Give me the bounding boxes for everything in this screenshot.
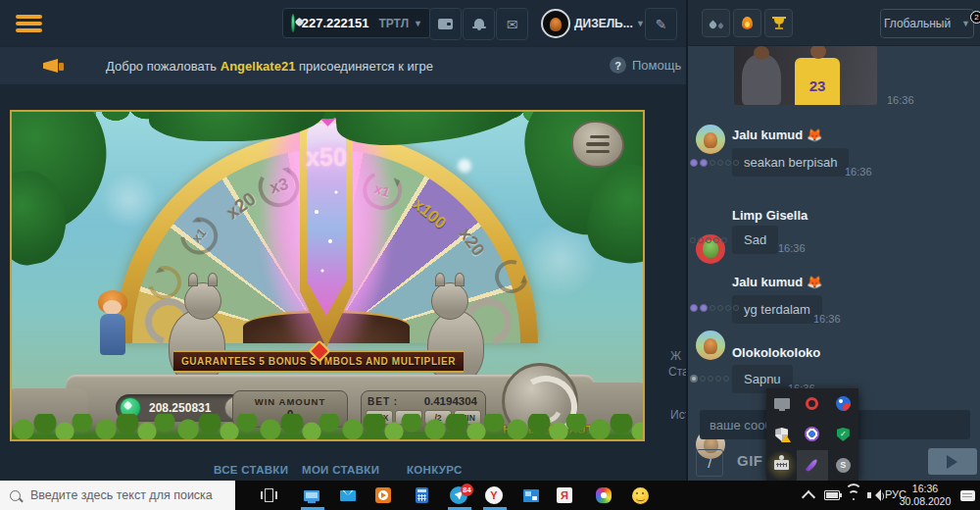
taskbar-app-mail[interactable] [335, 481, 361, 510]
message-bubble: yg terdalam [732, 295, 822, 324]
tray-defender-warning-icon[interactable] [766, 419, 797, 449]
tab-all-bets[interactable]: ВСЕ СТАВКИ [214, 464, 288, 476]
action-center-button[interactable] [955, 481, 980, 510]
chat-header: Глобальный▼ [688, 0, 980, 46]
rain-button[interactable] [702, 9, 730, 37]
message-bubble: seakan berpisah [732, 148, 849, 177]
tray-time: 16:36 [898, 483, 953, 495]
user-avatar[interactable] [541, 9, 570, 38]
tray-media-ring-icon[interactable] [797, 419, 827, 449]
hot-button[interactable] [733, 9, 761, 37]
top-bar: 227.222151 ТРТЛ ▼ ✉ ДИЗЕЛЬ... ▼ ✎ [0, 0, 686, 46]
side-label-zh: Ж [670, 349, 681, 363]
light-spot [100, 171, 159, 230]
tray-chevron-up[interactable] [796, 481, 821, 510]
message-time: 16:36 [813, 313, 841, 325]
taskbar-app-paint3d[interactable] [591, 481, 616, 510]
side-label-ist: Ист [670, 408, 686, 422]
tab-contest[interactable]: КОНКУРС [407, 464, 463, 476]
edit-button[interactable]: ✎ [645, 8, 677, 40]
search-icon [10, 490, 21, 501]
taskbar-app-emoji[interactable] [627, 481, 653, 510]
balance-amount: 227.222151 [302, 16, 369, 30]
bet-label: BET : [368, 396, 398, 407]
notifications-button[interactable] [463, 8, 495, 40]
game-frame: x1 x20 x3 x1 x100 x20 x50 [10, 110, 645, 441]
message-author[interactable]: Olokolokoloko [732, 345, 820, 360]
wheel-label-x50: x50 [306, 143, 347, 172]
currency-selector[interactable]: ТРТЛ [378, 17, 409, 30]
taskbar-app-yandex[interactable]: Я [552, 481, 577, 510]
message-author[interactable]: Limp Gisella [732, 208, 808, 223]
level-dots [690, 237, 727, 243]
tray-touch-keyboard-icon[interactable] [766, 450, 797, 481]
avatar[interactable] [696, 125, 725, 154]
notification-username[interactable]: Angelkate21 [220, 59, 296, 74]
chat-photo-basketball[interactable]: 23 [734, 46, 877, 105]
chevron-down-icon: ▼ [414, 19, 422, 28]
photo-jersey: 23 [795, 58, 840, 105]
taskbar-app-yandex-browser[interactable]: Y [481, 481, 507, 510]
level-dots [690, 304, 739, 312]
fox-badge-icon: 🦊 [807, 128, 822, 142]
tray-browser-icon[interactable] [828, 388, 858, 419]
coin-icon [291, 14, 295, 32]
light-spot [458, 159, 471, 173]
level-dots [690, 159, 739, 167]
hamburger-menu-icon[interactable] [16, 12, 42, 35]
taskbar-app-photos[interactable] [518, 481, 544, 510]
message-author[interactable]: Jalu kumud 🦊 [732, 128, 822, 142]
message-time: 16:36 [845, 166, 872, 178]
help-button[interactable]: ? Помощь [610, 57, 681, 74]
pencil-icon: ✎ [656, 18, 667, 31]
tray-display-icon[interactable] [766, 388, 797, 419]
side-label-stat: Стат [668, 365, 686, 379]
wallet-button[interactable] [429, 8, 462, 40]
tab-my-bets[interactable]: МОИ СТАВКИ [302, 464, 379, 476]
chevron-down-icon: ▼ [961, 19, 970, 28]
notification-text: Добро пожаловать Angelkate21 присоединяе… [106, 59, 433, 74]
envelope-icon: ✉ [507, 18, 518, 31]
bushes [12, 414, 643, 441]
telegram-badge: 84 [461, 484, 473, 496]
photo-figure [754, 46, 769, 60]
send-arrow-icon [947, 455, 964, 469]
tray-date: 30.08.2020 [898, 495, 953, 508]
wheel-label-x1-left: x1 [189, 226, 210, 246]
megaphone-icon [43, 57, 65, 75]
avatar[interactable] [696, 331, 725, 360]
clock[interactable]: 16:36 30.08.2020 [898, 483, 953, 508]
wallet-icon [438, 19, 453, 29]
gif-button[interactable]: GIF [737, 452, 763, 469]
taskbar-app-telegram[interactable]: 84 [446, 481, 471, 510]
tray-skype-icon[interactable]: S [828, 450, 858, 481]
taskbar-search[interactable]: Введите здесь текст для поиска [0, 481, 235, 510]
fox-badge-icon: 🦊 [807, 275, 822, 289]
taskbar-app-media[interactable] [370, 481, 396, 510]
game-menu-button[interactable] [571, 121, 624, 168]
taskbar-app-calculator[interactable] [409, 481, 434, 510]
message-author[interactable]: Jalu kumud 🦊 [732, 275, 822, 289]
slash-command-button[interactable]: / [696, 449, 723, 477]
tray-shield-check-icon[interactable]: ✓ [828, 419, 858, 449]
notification-bar: Добро пожаловать Angelkate21 присоединяе… [0, 47, 686, 84]
messages-button[interactable]: ✉ [496, 8, 528, 40]
channel-selector[interactable]: Глобальный▼ [880, 9, 974, 38]
photo-figure [742, 54, 781, 105]
fire-icon [742, 17, 753, 29]
message-time: 16:36 [887, 94, 914, 106]
tournament-button[interactable] [764, 9, 793, 37]
send-button[interactable] [928, 448, 977, 475]
trophy-icon [772, 17, 786, 29]
level-dots [690, 375, 729, 382]
username[interactable]: ДИЗЕЛЬ... [574, 17, 633, 30]
tray-overflow-popup: ✓ S [766, 388, 858, 481]
tray-feather-icon[interactable] [797, 450, 827, 481]
taskbar-app-computer[interactable] [299, 481, 324, 510]
question-icon: ? [610, 57, 626, 74]
task-view-button[interactable] [256, 481, 281, 510]
tray-opera-icon[interactable] [797, 388, 827, 419]
user-chevron-down-icon[interactable]: ▼ [636, 19, 645, 28]
search-placeholder: Введите здесь текст для поиска [30, 488, 213, 502]
balance-box[interactable]: 227.222151 ТРТЛ ▼ [282, 8, 431, 38]
